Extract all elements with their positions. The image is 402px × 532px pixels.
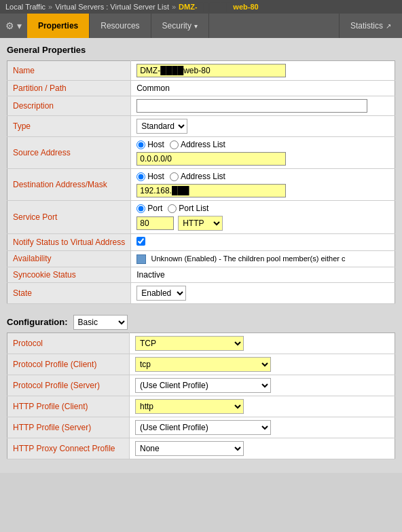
notify-status-checkbox[interactable] — [136, 237, 145, 246]
label-partition: Partition / Path — [7, 81, 131, 96]
main-content: General Properties Name Partition / Path… — [0, 38, 402, 473]
breadcrumb-part1: Local Traffic — [5, 3, 45, 11]
label-notify-status: Notify Status to Virtual Address — [7, 234, 131, 251]
description-input[interactable] — [136, 99, 367, 113]
label-availability: Availability — [7, 251, 131, 267]
state-select[interactable]: Enabled Disabled — [136, 286, 186, 301]
portlist-radio[interactable] — [168, 204, 177, 213]
http-profile-server-select[interactable]: (Use Client Profile) — [135, 420, 271, 435]
availability-text: Unknown (Enabled) - The children pool me… — [151, 254, 346, 263]
dest-addrlist-radio[interactable] — [170, 172, 179, 181]
label-description: Description — [7, 96, 131, 116]
row-protocol: Protocol TCP UDP — [7, 332, 395, 354]
tab-properties[interactable]: Properties — [27, 14, 90, 38]
row-protocol-profile-server: Protocol Profile (Server) (Use Client Pr… — [7, 375, 395, 396]
chevron-down-icon: ▾ — [194, 22, 198, 30]
label-name: Name — [7, 61, 131, 81]
row-service-port: Service Port Port Port List HTTP — [7, 201, 395, 234]
port-protocol-select[interactable]: HTTP HTTPS — [178, 216, 223, 231]
availability-icon — [136, 254, 146, 264]
configuration-label: Configuration: — [7, 317, 68, 327]
row-state: State Enabled Disabled — [7, 282, 395, 303]
source-host-radio-label[interactable]: Host — [136, 140, 164, 149]
label-type: Type — [7, 116, 131, 137]
row-http-profile-server: HTTP Profile (Server) (Use Client Profil… — [7, 417, 395, 438]
port-radio-group: Port Port List — [136, 204, 389, 213]
row-http-profile-client: HTTP Profile (Client) http — [7, 396, 395, 417]
row-name: Name — [7, 61, 395, 81]
breadcrumb-highlight: DMZ-██████web-80 — [179, 3, 259, 11]
label-http-profile-server: HTTP Profile (Server) — [7, 417, 130, 438]
configuration-mode-select[interactable]: Basic Advanced — [73, 315, 128, 330]
general-properties-heading: General Properties — [7, 45, 395, 56]
label-source-address: Source Address — [7, 137, 131, 169]
protocol-profile-client-select[interactable]: tcp — [135, 357, 271, 372]
value-partition: Common — [131, 81, 395, 96]
row-partition: Partition / Path Common — [7, 81, 395, 96]
row-syncookie: Syncookie Status Inactive — [7, 267, 395, 282]
label-http-profile-client: HTTP Profile (Client) — [7, 396, 130, 417]
row-notify-status: Notify Status to Virtual Address — [7, 234, 395, 251]
breadcrumb-part2: Virtual Servers : Virtual Server List — [55, 3, 169, 11]
source-address-input[interactable] — [136, 152, 286, 166]
row-availability: Availability Unknown (Enabled) - The chi… — [7, 251, 395, 267]
port-input-row: HTTP HTTPS — [136, 216, 389, 231]
label-http-proxy-connect: HTTP Proxy Connect Profile — [7, 438, 130, 459]
external-link-icon: ↗ — [386, 22, 391, 30]
configuration-header: Configuration: Basic Advanced — [7, 311, 395, 332]
source-address-radio-group: Host Address List — [136, 140, 389, 149]
name-input[interactable] — [136, 64, 286, 77]
portlist-radio-label[interactable]: Port List — [168, 204, 208, 213]
source-addrlist-radio[interactable] — [170, 140, 179, 149]
row-protocol-profile-client: Protocol Profile (Client) tcp — [7, 354, 395, 375]
row-http-proxy-connect: HTTP Proxy Connect Profile None — [7, 438, 395, 459]
tab-statistics[interactable]: Statistics ↗ — [339, 14, 402, 38]
type-select[interactable]: Standard — [136, 119, 187, 134]
row-description: Description — [7, 96, 395, 116]
protocol-select[interactable]: TCP UDP — [135, 336, 244, 351]
dest-host-radio[interactable] — [136, 172, 145, 181]
port-radio[interactable] — [136, 204, 145, 213]
label-protocol-profile-server: Protocol Profile (Server) — [7, 375, 130, 396]
port-number-input[interactable] — [136, 216, 174, 230]
dest-addrlist-radio-label[interactable]: Address List — [170, 172, 225, 181]
value-syncookie: Inactive — [131, 267, 395, 282]
dest-radio-group: Host Address List — [136, 172, 389, 181]
port-radio-label[interactable]: Port — [136, 204, 162, 213]
source-host-radio[interactable] — [136, 140, 145, 149]
row-type: Type Standard — [7, 116, 395, 137]
breadcrumb-sep2: » — [172, 3, 176, 11]
configuration-table: Protocol TCP UDP Protocol Profile (Clien… — [7, 332, 395, 459]
row-destination: Destination Address/Mask Host Address Li… — [7, 169, 395, 201]
row-source-address: Source Address Host Address List — [7, 137, 395, 169]
tab-resources[interactable]: Resources — [90, 14, 151, 38]
label-service-port: Service Port — [7, 201, 131, 234]
label-protocol: Protocol — [7, 332, 130, 354]
label-protocol-profile-client: Protocol Profile (Client) — [7, 354, 130, 375]
destination-input[interactable] — [136, 184, 286, 197]
label-state: State — [7, 282, 131, 303]
tab-security[interactable]: Security ▾ — [151, 14, 209, 38]
label-syncookie: Syncookie Status — [7, 267, 131, 282]
general-properties-table: Name Partition / Path Common Description… — [7, 60, 395, 304]
tab-bar: ⚙ ▾ Properties Resources Security ▾ Stat… — [0, 14, 402, 38]
dest-host-radio-label[interactable]: Host — [136, 172, 164, 181]
source-addrlist-radio-label[interactable]: Address List — [170, 140, 225, 149]
http-profile-client-select[interactable]: http — [135, 399, 244, 414]
gear-button[interactable]: ⚙ ▾ — [0, 14, 27, 38]
protocol-profile-server-select[interactable]: (Use Client Profile) — [135, 378, 271, 393]
http-proxy-connect-select[interactable]: None — [135, 441, 244, 456]
breadcrumb-bar: Local Traffic » Virtual Servers : Virtua… — [0, 0, 402, 14]
breadcrumb-sep1: » — [48, 3, 52, 11]
label-destination: Destination Address/Mask — [7, 169, 131, 201]
